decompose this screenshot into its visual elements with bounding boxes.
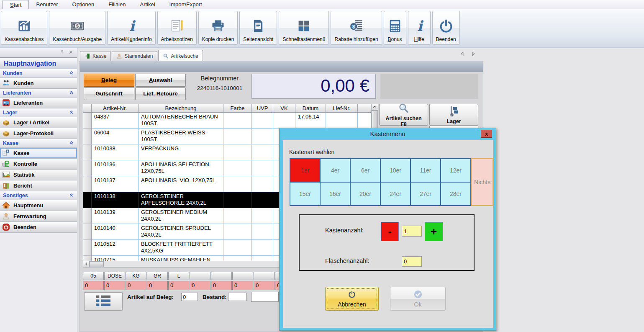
toolbar-button-hilfe[interactable]: iHilfe	[408, 11, 431, 45]
sidebar-item-lieferanten[interactable]: Lieferanten	[0, 98, 77, 108]
cell-bezeichnung[interactable]: GEROLSTEINER SPRUDEL 24X0,2L	[139, 224, 223, 240]
toolbar-button-beenden[interactable]: Beenden	[432, 11, 460, 45]
cell-bezeichnung[interactable]: BLOCKFETT FRITTIERFETT 4X2,5KG	[139, 240, 223, 256]
doc-type-button-lief-retoure[interactable]: Lief. Retoure	[135, 88, 186, 100]
flaschenanzahl-input[interactable]	[402, 256, 422, 267]
doc-type-button-gutschrift[interactable]: Gutschrift	[84, 88, 134, 100]
cell-artikel-nr[interactable]: 1010138	[92, 192, 139, 208]
table-row-selector[interactable]	[83, 129, 92, 144]
toolbar-button-schnelltastenmenü[interactable]: Schnelltastenmenü	[279, 11, 329, 45]
cell-farbe[interactable]	[223, 256, 252, 261]
table-row-selector[interactable]	[83, 176, 92, 192]
tab-kasse[interactable]: Kasse	[80, 51, 111, 61]
cell-vk[interactable]	[273, 113, 295, 129]
cell-artikel-nr[interactable]: 1010038	[92, 144, 139, 160]
kasten-option-12er[interactable]: 12er	[441, 159, 470, 182]
table-header-artikel-nr[interactable]: Artikel-Nr.	[92, 104, 139, 113]
sidebar-section-kunden[interactable]: Kunden	[0, 69, 77, 78]
cell-bezeichnung[interactable]: VERPACKUNG	[139, 144, 223, 160]
toolbar-button-bonus[interactable]: Bonus	[384, 11, 406, 45]
sidebar-section-lager[interactable]: Lager	[0, 108, 77, 117]
unit-tab-dose[interactable]: DOSE	[104, 272, 125, 280]
kasten-option-10er[interactable]: 10er	[381, 159, 410, 182]
cell-farbe[interactable]	[223, 192, 252, 208]
table-header-vk[interactable]: VK	[273, 104, 295, 113]
table-row-selector[interactable]	[83, 208, 92, 224]
cell-bezeichnung[interactable]: GEROLSTEINER MEDIUM 24X0,2L	[139, 208, 223, 224]
unit-tab-gr[interactable]: GR	[147, 272, 168, 280]
sidebar-item-lager-protokoll[interactable]: Lager-Protokoll	[0, 128, 77, 139]
menu-item-start[interactable]: Start	[3, 0, 29, 9]
cell-artikel-nr[interactable]: 1010136	[92, 160, 139, 176]
table-header-datum[interactable]: Datum	[295, 104, 326, 113]
kasten-option-nichts[interactable]: Nichts	[471, 158, 493, 206]
extra-input[interactable]	[251, 292, 279, 302]
cell-artikel-nr[interactable]: 1010139	[92, 208, 139, 224]
cell-farbe[interactable]	[223, 160, 252, 176]
sidebar-item-hauptmenu[interactable]: Hauptmenu	[0, 200, 77, 211]
cell-uvp[interactable]	[252, 113, 273, 129]
table-row-selector[interactable]	[83, 240, 92, 256]
sidebar-item-lager-artikel[interactable]: Lager / Artikel	[0, 117, 77, 128]
sidebar-item-kontrolle[interactable]: Kontrolle	[0, 159, 77, 170]
unit-tab-05[interactable]: 05	[83, 272, 104, 280]
menu-item-artikel[interactable]: Artikel	[133, 0, 162, 9]
cell-datum[interactable]: 17.06.14	[295, 113, 326, 129]
unit-tab-l[interactable]: L	[168, 272, 189, 280]
list-view-button[interactable]	[84, 292, 123, 311]
kasten-option-11er[interactable]: 11er	[411, 159, 440, 182]
cell-uvp[interactable]	[252, 144, 273, 160]
unit-tab-empty-6[interactable]	[211, 272, 232, 280]
dialog-close-button[interactable]: x	[481, 130, 492, 138]
sidebar-item-fernwartung[interactable]: Fernwartung	[0, 211, 77, 222]
cell-farbe[interactable]	[223, 129, 252, 144]
cell-artikel-nr[interactable]: 1010137	[92, 176, 139, 192]
cell-artikel-nr[interactable]: 04837	[92, 113, 139, 129]
cell-artikel-nr[interactable]: 1010512	[92, 240, 139, 256]
table-row-selector[interactable]	[83, 192, 92, 208]
sidebar-item-statistik[interactable]: Statistik	[0, 170, 77, 180]
table-header-farbe[interactable]: Farbe	[223, 104, 252, 113]
sidebar-item-kasse[interactable]: Kasse	[0, 148, 77, 159]
kasten-option-15er[interactable]: 15er	[290, 183, 320, 205]
tab-scroll-left-icon[interactable]	[460, 51, 464, 58]
unit-tab-kg[interactable]: KG	[126, 272, 146, 280]
kastenanzahl-plus-button[interactable]: +	[425, 222, 443, 241]
unit-tab-empty-7[interactable]	[232, 272, 253, 280]
toolbar-button-kassenabschluss[interactable]: Kassenabschluss	[1, 11, 47, 45]
toolbar-button-artikel-kundeninfo[interactable]: iArtikel/Kundeninfo	[107, 11, 155, 45]
table-row-selector[interactable]	[83, 113, 92, 129]
pin-icon[interactable]	[59, 49, 65, 57]
kasten-option-20er[interactable]: 20er	[351, 183, 380, 205]
scroll-left-icon[interactable]	[83, 261, 90, 267]
kastenanzahl-minus-button[interactable]: -	[381, 222, 399, 241]
menu-item-optionen[interactable]: Optionen	[65, 0, 102, 9]
tab-scroll-right-icon[interactable]	[471, 51, 476, 58]
ok-button[interactable]: Ok	[390, 287, 446, 311]
menu-item-filialen[interactable]: Filialen	[101, 0, 133, 9]
cell-farbe[interactable]	[223, 144, 252, 160]
artikel-auf-beleg-input[interactable]	[181, 293, 198, 301]
toolbar-button-kassenbuch-ausgabe[interactable]: $Kassenbuch/Ausgabe	[49, 11, 105, 45]
menu-item-import-export[interactable]: Import/Export	[162, 0, 209, 9]
kasten-option-27er[interactable]: 27er	[411, 183, 440, 205]
cell-farbe[interactable]	[223, 208, 252, 224]
kasten-option-28er[interactable]: 28er	[441, 183, 470, 205]
cell-uvp[interactable]	[252, 176, 273, 192]
doc-type-button-auswahl[interactable]: Auswahl	[135, 74, 186, 87]
cell-uvp[interactable]	[252, 129, 273, 144]
lager-button[interactable]: Lager	[429, 104, 478, 126]
sidebar-item-beenden[interactable]: Beenden	[0, 222, 77, 233]
toolbar-button-rabatte-hinzufügen[interactable]: $Rabatte hinzufügen	[331, 11, 382, 45]
kasten-option-4er[interactable]: 4er	[321, 159, 350, 182]
cell-uvp[interactable]	[252, 192, 273, 208]
toolbar-button-seitenansicht[interactable]: Seitenansicht	[239, 11, 277, 45]
cell-bezeichnung[interactable]: AUTOMATENBECHER BRAUN 100ST.	[139, 113, 223, 129]
cell-lief-nr[interactable]	[326, 113, 358, 129]
toolbar-button-kopie-drucken[interactable]: Kopie drucken	[198, 11, 238, 45]
table-header-bezeichnung[interactable]: Bezeichnung	[139, 104, 223, 113]
table-row-selector[interactable]	[83, 224, 92, 240]
kasten-option-6er[interactable]: 6er	[351, 159, 380, 182]
table-row-selector[interactable]	[83, 160, 92, 176]
cell-bezeichnung[interactable]: APOLLINARIS SELECTION 12X0,75L	[139, 160, 223, 176]
